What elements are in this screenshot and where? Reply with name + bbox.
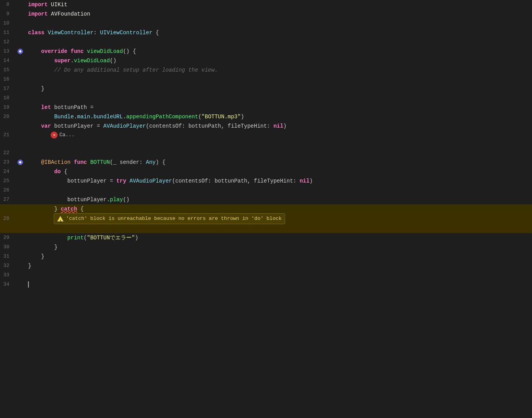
line-26: 26: [0, 186, 532, 195]
line-32: 32 }: [0, 261, 532, 270]
line-8: 8 import UIKit: [0, 0, 532, 9]
line-16: 16: [0, 75, 532, 84]
warning-message: 'catch' block is unreachable because no …: [66, 214, 282, 223]
breakpoint-23[interactable]: [18, 160, 23, 165]
line-24: 24 do {: [0, 167, 532, 176]
line-34: 34: [0, 280, 532, 289]
breakpoint-13[interactable]: [18, 49, 23, 54]
line-21: 21 var bottunPlayer = AVAudioPlayer(cont…: [0, 121, 532, 148]
line-33: 33: [0, 270, 532, 280]
warning-icon: !: [57, 216, 63, 221]
line-15: 15 // Do any additional setup after load…: [0, 65, 532, 75]
warning-tooltip: ! 'catch' block is unreachable because n…: [54, 213, 285, 224]
line-18: 18: [0, 93, 532, 103]
line-23: 23 @IBAction func BOTTUN(_ sender: Any) …: [0, 158, 532, 167]
line-27: 27 bottunPlayer.play(): [0, 195, 532, 204]
line-13: 13 override func viewDidLoad() {: [0, 47, 532, 56]
line-11: 11 class ViewController: UIViewControlle…: [0, 28, 532, 37]
line-20: 20 Bundle.main.bundleURL.appendingPathCo…: [0, 112, 532, 121]
code-editor[interactable]: 8 import UIKit 9 import AVFoundation 10 …: [0, 0, 532, 418]
line-14: 14 super.viewDidLoad(): [0, 56, 532, 65]
line-17: 17 }: [0, 84, 532, 93]
line-19: 19 let bottunPath =: [0, 103, 532, 112]
line-22: 22: [0, 148, 532, 158]
text-cursor: [28, 281, 32, 288]
line-31: 31 }: [0, 252, 532, 261]
line-10: 10: [0, 19, 532, 28]
error-text: Ca...: [59, 131, 74, 139]
error-badge[interactable]: ✕ Ca...: [51, 131, 74, 139]
line-25: 25 bottunPlayer = try AVAudioPlayer(cont…: [0, 176, 532, 186]
line-29: 29 print("BOTTUNでエラー"): [0, 233, 532, 242]
error-icon: ✕: [51, 132, 58, 139]
line-28: 28 } catch { ! 'catch' block is unreacha…: [0, 204, 532, 233]
line-9: 9 import AVFoundation: [0, 9, 532, 19]
line-30: 30 }: [0, 242, 532, 252]
line-12: 12: [0, 37, 532, 47]
